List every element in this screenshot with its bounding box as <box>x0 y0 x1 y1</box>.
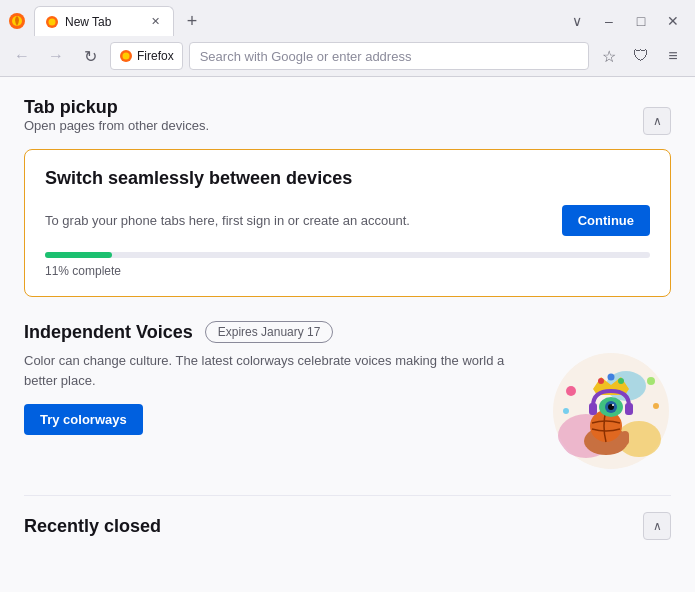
colorways-svg <box>551 351 671 471</box>
menu-button[interactable]: ≡ <box>659 42 687 70</box>
shield-button[interactable]: 🛡 <box>627 42 655 70</box>
brand-icon <box>119 49 133 63</box>
active-tab[interactable]: New Tab ✕ <box>34 6 174 36</box>
close-window-button[interactable]: ✕ <box>659 7 687 35</box>
svg-point-5 <box>123 53 130 60</box>
tab-close-button[interactable]: ✕ <box>147 14 163 30</box>
brand-name: Firefox <box>137 49 174 63</box>
recently-closed-collapse-button[interactable]: ∧ <box>643 512 671 540</box>
svg-point-3 <box>49 18 56 25</box>
minimize-button[interactable]: – <box>595 7 623 35</box>
svg-point-17 <box>598 378 604 384</box>
voices-header: Independent Voices Expires January 17 <box>24 321 671 343</box>
svg-point-29 <box>653 403 659 409</box>
svg-rect-25 <box>625 403 633 415</box>
tab-pickup-title-group: Tab pickup Open pages from other devices… <box>24 97 209 145</box>
svg-point-26 <box>566 386 576 396</box>
expires-badge: Expires January 17 <box>205 321 334 343</box>
recently-closed-section: Recently closed ∧ <box>24 495 671 540</box>
progress-container: 11% complete <box>45 252 650 278</box>
forward-button[interactable]: → <box>42 42 70 70</box>
tab-pickup-subtitle: Open pages from other devices. <box>24 118 209 133</box>
switch-card-description: To grab your phone tabs here, first sign… <box>45 213 542 228</box>
continue-button[interactable]: Continue <box>562 205 650 236</box>
switch-card-row: To grab your phone tabs here, first sign… <box>45 205 650 236</box>
independent-voices-section: Independent Voices Expires January 17 Co… <box>24 321 671 471</box>
svg-point-18 <box>608 374 615 381</box>
tab-favicon <box>45 15 59 29</box>
voices-title: Independent Voices <box>24 322 193 343</box>
progress-bar-fill <box>45 252 112 258</box>
address-text: Search with Google or enter address <box>200 49 412 64</box>
svg-point-23 <box>612 404 614 406</box>
progress-bar-background <box>45 252 650 258</box>
bookmark-button[interactable]: ☆ <box>595 42 623 70</box>
tab-title: New Tab <box>65 15 141 29</box>
tab-pickup-header: Tab pickup Open pages from other devices… <box>24 97 671 145</box>
try-colorways-button[interactable]: Try colorways <box>24 404 143 435</box>
refresh-button[interactable]: ↻ <box>76 42 104 70</box>
switch-devices-card: Switch seamlessly between devices To gra… <box>24 149 671 297</box>
recently-closed-title: Recently closed <box>24 516 161 537</box>
address-bar[interactable]: Search with Google or enter address <box>189 42 589 70</box>
svg-point-27 <box>563 408 569 414</box>
restore-button[interactable]: □ <box>627 7 655 35</box>
tab-list-button[interactable]: ∨ <box>563 7 591 35</box>
new-tab-button[interactable]: + <box>178 7 206 35</box>
svg-rect-14 <box>621 431 629 445</box>
tab-bar-controls: ∨ – □ ✕ <box>563 7 687 35</box>
recently-closed-header: Recently closed ∧ <box>24 512 671 540</box>
switch-card-title: Switch seamlessly between devices <box>45 168 650 189</box>
svg-point-28 <box>647 377 655 385</box>
tab-bar: New Tab ✕ + ∨ – □ ✕ <box>0 0 695 36</box>
firefox-icon <box>8 12 26 30</box>
browser-chrome: New Tab ✕ + ∨ – □ ✕ ← → ↻ Firefox Search… <box>0 0 695 77</box>
back-button[interactable]: ← <box>8 42 36 70</box>
tab-pickup-collapse-button[interactable]: ∧ <box>643 107 671 135</box>
svg-rect-24 <box>589 403 597 415</box>
voices-content: Color can change culture. The latest col… <box>24 351 671 471</box>
tab-pickup-title: Tab pickup <box>24 97 209 118</box>
voices-text: Color can change culture. The latest col… <box>24 351 535 435</box>
main-content: Tab pickup Open pages from other devices… <box>0 77 695 592</box>
nav-right-controls: ☆ 🛡 ≡ <box>595 42 687 70</box>
voices-illustration <box>551 351 671 471</box>
svg-point-19 <box>618 378 624 384</box>
progress-text: 11% complete <box>45 264 650 278</box>
nav-bar: ← → ↻ Firefox Search with Google or ente… <box>0 36 695 76</box>
firefox-brand: Firefox <box>110 42 183 70</box>
voices-description: Color can change culture. The latest col… <box>24 351 535 390</box>
